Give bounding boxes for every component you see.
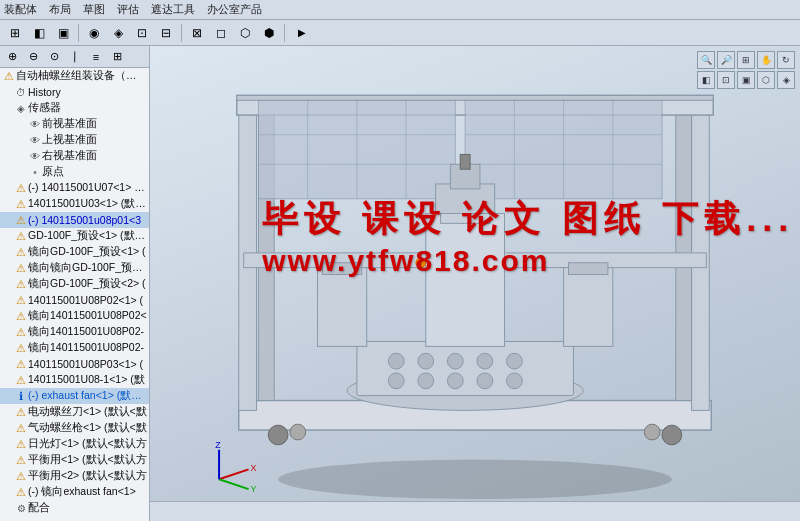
toolbar-separator-1 [78, 24, 79, 42]
left-toolbar-btn-line[interactable]: ∣ [65, 48, 85, 66]
rt-btn-view1[interactable]: ◧ [697, 71, 715, 89]
left-toolbar-btn-remove[interactable]: ⊖ [23, 48, 43, 66]
tree-part-2[interactable]: ⚠ (-) 140115001u08p01<3 [0, 212, 149, 228]
toolbar-expand-btn[interactable]: ▶ [291, 23, 313, 43]
tree-part-15[interactable]: ⚠ 日光灯<1> (默认<默认方 [0, 436, 149, 452]
tree-area[interactable]: ⚠ 自动柚螺丝组装设备（默认< ⏱ History ◈ 传感器 👁 前视基准面 … [0, 68, 149, 521]
toolbar-btn-7[interactable]: ⊠ [186, 23, 208, 43]
svg-point-33 [418, 373, 434, 389]
svg-line-48 [219, 479, 249, 489]
status-bar [150, 501, 800, 521]
tree-part-11[interactable]: ⚠ 140115001U08P03<1> ( [0, 356, 149, 372]
tree-part-12[interactable]: ⚠ 140115001U08-1<1> (默 [0, 372, 149, 388]
tree-part-17[interactable]: ⚠ 平衡用<2> (默认<默认方 [0, 468, 149, 484]
tree-sensor[interactable]: ◈ 传感器 [0, 100, 149, 116]
rt-btn-view4[interactable]: ⬡ [757, 71, 775, 89]
rt-btn-pan[interactable]: ✋ [757, 51, 775, 69]
tree-root[interactable]: ⚠ 自动柚螺丝组装设备（默认< [0, 68, 149, 84]
svg-text:Z: Z [215, 440, 221, 450]
tree-part-0-label: (-) 140115001U07<1> (默认< [28, 181, 147, 195]
svg-point-2 [268, 425, 288, 445]
toolbar-btn-1[interactable]: ◧ [28, 23, 50, 43]
toolbar-btn-10[interactable]: ⬢ [258, 23, 280, 43]
rt-btn-fit[interactable]: ⊞ [737, 51, 755, 69]
tree-part-4[interactable]: ⚠ 镜向GD-100F_预设<1> ( [0, 244, 149, 260]
tree-front-plane[interactable]: 👁 前视基准面 [0, 116, 149, 132]
svg-point-0 [278, 460, 672, 499]
tree-part-6-label: 镜向GD-100F_预设<2> ( [28, 277, 146, 291]
tree-part-9[interactable]: ⚠ 镜向140115001U08P02- [0, 324, 149, 340]
origin-icon: • [28, 165, 42, 179]
tree-part-14-label: 气动螺丝枪<1> (默认<默 [28, 421, 147, 435]
tree-part-13[interactable]: ⚠ 电动螺丝刀<1> (默认<默 [0, 404, 149, 420]
tree-part-exhaust-label: (-) exhaust fan<1> (默认< [28, 389, 147, 403]
tree-part-1[interactable]: ⚠ 140115001U03<1> (默认< [0, 196, 149, 212]
right-toolbar: 🔍 🔎 ⊞ ✋ ↻ ◧ ⊡ ▣ ⬡ ◈ [697, 51, 795, 89]
tree-right-plane[interactable]: 👁 右视基准面 [0, 148, 149, 164]
tree-part-16-label: 平衡用<1> (默认<默认方 [28, 453, 147, 467]
svg-point-29 [447, 353, 463, 369]
rt-btn-rotate[interactable]: ↻ [777, 51, 795, 69]
menu-item-tools[interactable]: 遮达工具 [151, 2, 195, 17]
toolbar-separator-2 [181, 24, 182, 42]
menu-item-layout[interactable]: 布局 [49, 2, 71, 17]
tree-top-plane[interactable]: 👁 上视基准面 [0, 132, 149, 148]
toolbar-btn-6[interactable]: ⊟ [155, 23, 177, 43]
tree-part-14[interactable]: ⚠ 气动螺丝枪<1> (默认<默 [0, 420, 149, 436]
toolbar-separator-3 [284, 24, 285, 42]
warning-icon-2: ⚠ [14, 213, 28, 227]
warning-icon-18: ⚠ [14, 485, 28, 499]
toolbar-btn-9[interactable]: ⬡ [234, 23, 256, 43]
svg-point-3 [662, 425, 682, 445]
rt-btn-view5[interactable]: ◈ [777, 71, 795, 89]
menu-item-assembly[interactable]: 装配体 [4, 2, 37, 17]
tree-part-7[interactable]: ⚠ 140115001U08P02<1> ( [0, 292, 149, 308]
warning-icon-9: ⚠ [14, 325, 28, 339]
toolbar-btn-5[interactable]: ⊡ [131, 23, 153, 43]
tree-part-3[interactable]: ⚠ GD-100F_预设<1> (默认< [0, 228, 149, 244]
menu-item-evaluate[interactable]: 评估 [117, 2, 139, 17]
left-toolbar-btn-add[interactable]: ⊕ [2, 48, 22, 66]
tree-part-11-label: 140115001U08P03<1> ( [28, 358, 143, 370]
left-toolbar-btn-list[interactable]: ≡ [86, 48, 106, 66]
menu-bar: 装配体 布局 草图 评估 遮达工具 办公室产品 [0, 0, 800, 20]
svg-rect-11 [237, 95, 713, 100]
tree-origin[interactable]: • 原点 [0, 164, 149, 180]
tree-part-exhaust[interactable]: ℹ (-) exhaust fan<1> (默认< [0, 388, 149, 404]
toolbar-btn-8[interactable]: ◻ [210, 23, 232, 43]
left-toolbar: ⊕ ⊖ ⊙ ∣ ≡ ⊞ [0, 46, 149, 68]
warning-icon-1: ⚠ [14, 197, 28, 211]
tree-mate-label: 配合 [28, 501, 50, 515]
menu-item-sketch[interactable]: 草图 [83, 2, 105, 17]
tree-part-0[interactable]: ⚠ (-) 140115001U07<1> (默认< [0, 180, 149, 196]
mate-icon: ⚙ [14, 501, 28, 515]
svg-point-4 [290, 424, 306, 440]
svg-line-47 [219, 469, 249, 479]
tree-part-15-label: 日光灯<1> (默认<默认方 [28, 437, 147, 451]
rt-btn-zoom-out[interactable]: 🔎 [717, 51, 735, 69]
rt-btn-zoom-in[interactable]: 🔍 [697, 51, 715, 69]
svg-point-36 [507, 373, 523, 389]
menu-item-office[interactable]: 办公室产品 [207, 2, 262, 17]
toolbar-btn-4[interactable]: ◈ [107, 23, 129, 43]
toolbar-btn-3[interactable]: ◉ [83, 23, 105, 43]
tree-part-9-label: 镜向140115001U08P02- [28, 325, 144, 339]
tree-part-16[interactable]: ⚠ 平衡用<1> (默认<默认方 [0, 452, 149, 468]
left-toolbar-btn-circle[interactable]: ⊙ [44, 48, 64, 66]
tree-part-5[interactable]: ⚠ 镜向镜向GD-100F_预设< [0, 260, 149, 276]
toolbar-btn-0[interactable]: ⊞ [4, 23, 26, 43]
tree-part-8[interactable]: ⚠ 镜向140115001U08P02< [0, 308, 149, 324]
tree-part-10[interactable]: ⚠ 镜向140115001U08P02- [0, 340, 149, 356]
tree-part-6[interactable]: ⚠ 镜向GD-100F_预设<2> ( [0, 276, 149, 292]
rt-btn-view3[interactable]: ▣ [737, 71, 755, 89]
tree-part-18[interactable]: ⚠ (-) 镜向exhaust fan<1> [0, 484, 149, 500]
tree-mate[interactable]: ⚙ 配合 [0, 500, 149, 516]
svg-rect-26 [357, 341, 574, 395]
toolbar-btn-2[interactable]: ▣ [52, 23, 74, 43]
rt-row-0: 🔍 🔎 ⊞ ✋ ↻ [697, 51, 795, 69]
left-toolbar-btn-grid[interactable]: ⊞ [107, 48, 127, 66]
tree-part-4-label: 镜向GD-100F_预设<1> ( [28, 245, 146, 259]
rt-btn-view2[interactable]: ⊡ [717, 71, 735, 89]
tree-history[interactable]: ⏱ History [0, 84, 149, 100]
svg-point-32 [388, 373, 404, 389]
